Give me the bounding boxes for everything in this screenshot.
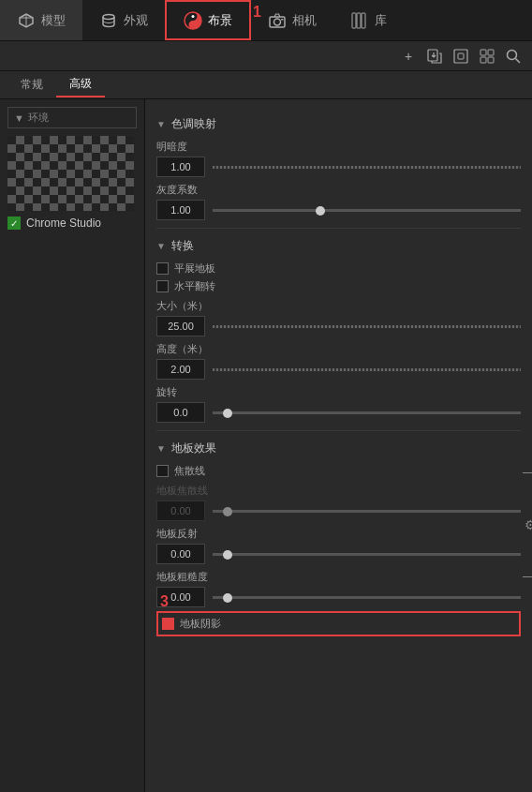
height-slider[interactable] bbox=[213, 359, 521, 380]
section-transform[interactable]: ▼ 转换 bbox=[156, 238, 521, 254]
svg-rect-13 bbox=[454, 50, 467, 63]
svg-point-5 bbox=[192, 23, 195, 26]
height-input[interactable] bbox=[156, 359, 205, 380]
rotation-slider[interactable] bbox=[213, 402, 521, 423]
h-flip-checkbox[interactable] bbox=[156, 280, 169, 292]
bracket-right: ⚙ bbox=[523, 472, 532, 577]
svg-rect-10 bbox=[357, 13, 361, 28]
svg-rect-16 bbox=[488, 50, 494, 55]
section-floor-effects-label: 地板效果 bbox=[171, 441, 216, 456]
brightness-row bbox=[156, 157, 521, 177]
nav-label-camera: 相机 bbox=[292, 12, 317, 29]
focal-line-checkbox[interactable] bbox=[156, 465, 169, 477]
floor-reflection-row bbox=[156, 544, 521, 564]
floor-focal-slider[interactable] bbox=[213, 501, 521, 521]
brightness-slider[interactable] bbox=[213, 157, 521, 177]
gray-slider[interactable] bbox=[213, 200, 521, 220]
floor-roughness-label: 地板粗糙度 bbox=[156, 570, 521, 584]
floor-focal-input[interactable] bbox=[156, 501, 205, 521]
nav-item-camera[interactable]: 相机 bbox=[251, 0, 333, 40]
floor-reflection-label: 地板反射 bbox=[156, 527, 521, 541]
tab-row: 常规 高级 bbox=[0, 71, 532, 99]
tab-normal[interactable]: 常规 bbox=[7, 73, 56, 97]
section-transform-label: 转换 bbox=[171, 238, 194, 254]
floor-reflection-input[interactable] bbox=[156, 544, 205, 564]
flat-floor-checkbox[interactable] bbox=[156, 262, 169, 275]
floor-focal-row: ⚙ bbox=[156, 501, 521, 521]
nav-item-appearance[interactable]: 外观 bbox=[82, 0, 165, 40]
svg-rect-8 bbox=[281, 19, 284, 21]
floor-roughness-thumb bbox=[223, 593, 232, 603]
size-label: 大小（米） bbox=[156, 299, 521, 313]
env-thumbnail[interactable] bbox=[7, 136, 134, 211]
floor-reflection-slider[interactable] bbox=[213, 544, 521, 564]
bottom-section: 地板阴影 3 bbox=[156, 611, 521, 636]
brightness-label: 明暗度 bbox=[156, 140, 521, 154]
gray-row bbox=[156, 200, 521, 220]
top-nav: 模型 外观 布景 bbox=[0, 0, 532, 41]
h-flip-label: 水平翻转 bbox=[174, 279, 215, 293]
settings-icon[interactable]: ⚙ bbox=[525, 517, 532, 532]
floor-focal-label: 地板焦散线 bbox=[156, 484, 521, 498]
db-icon bbox=[99, 11, 118, 30]
size-input[interactable] bbox=[156, 316, 205, 336]
rotation-row bbox=[156, 402, 521, 423]
height-track bbox=[213, 368, 521, 371]
nav-item-model[interactable]: 模型 bbox=[0, 0, 82, 40]
nav-item-library[interactable]: 库 bbox=[333, 0, 404, 40]
panel-title-text: 环境 bbox=[28, 111, 49, 125]
height-label: 高度（米） bbox=[156, 342, 521, 356]
svg-rect-18 bbox=[488, 57, 494, 63]
main-content: ▼ 环境 ✓ Chrome Studio ▼ 色调映射 明暗度 灰度系数 bbox=[0, 99, 532, 792]
gray-input[interactable] bbox=[156, 200, 205, 220]
rotation-input[interactable] bbox=[156, 402, 205, 423]
floor-roughness-slider[interactable] bbox=[213, 587, 521, 607]
divider-1 bbox=[156, 228, 521, 229]
grid-icon bbox=[350, 11, 369, 30]
toolbar-export-btn[interactable] bbox=[423, 45, 446, 67]
focal-line-row: 焦散线 bbox=[156, 464, 521, 478]
floor-roughness-track bbox=[213, 596, 521, 599]
floor-shadow-row: 地板阴影 bbox=[156, 611, 521, 636]
svg-rect-15 bbox=[480, 50, 486, 55]
brightness-input[interactable] bbox=[156, 157, 205, 177]
check-icon: ✓ bbox=[7, 217, 21, 230]
floor-focal-thumb bbox=[223, 507, 232, 516]
svg-point-4 bbox=[192, 15, 195, 18]
svg-point-19 bbox=[508, 50, 517, 59]
label-1: 1 bbox=[253, 4, 261, 21]
label-3: 3 bbox=[160, 593, 169, 610]
svg-rect-11 bbox=[362, 13, 365, 28]
transform-arrow: ▼ bbox=[156, 241, 166, 251]
svg-line-20 bbox=[516, 58, 521, 63]
floor-effects-arrow: ▼ bbox=[156, 443, 166, 454]
toolbar-grid-btn[interactable] bbox=[476, 45, 498, 67]
nav-label-environment: 布景 bbox=[208, 12, 232, 29]
floor-shadow-label: 地板阴影 bbox=[180, 617, 221, 631]
section-floor-effects[interactable]: ▼ 地板效果 bbox=[156, 441, 521, 456]
camera-icon bbox=[268, 11, 287, 30]
toolbar-add-btn[interactable]: + bbox=[397, 45, 420, 67]
env-label: ✓ Chrome Studio bbox=[7, 217, 137, 230]
floor-reflection-track bbox=[213, 553, 521, 556]
flat-floor-row: 平展地板 bbox=[156, 262, 521, 276]
size-track bbox=[213, 325, 521, 328]
svg-rect-9 bbox=[352, 13, 356, 28]
rotation-label: 旋转 bbox=[156, 385, 521, 399]
toolbar-search-btn[interactable] bbox=[502, 45, 525, 67]
focal-line-label: 焦散线 bbox=[174, 464, 205, 478]
env-name: Chrome Studio bbox=[26, 217, 101, 230]
nav-label-appearance: 外观 bbox=[124, 12, 148, 29]
section-color-tone[interactable]: ▼ 色调映射 bbox=[156, 116, 521, 132]
nav-item-environment[interactable]: 布景 bbox=[165, 0, 251, 40]
floor-shadow-checkbox[interactable] bbox=[162, 618, 174, 630]
gray-track bbox=[213, 209, 521, 212]
section-color-tone-label: 色调映射 bbox=[171, 116, 216, 132]
svg-rect-14 bbox=[458, 53, 464, 59]
size-slider[interactable] bbox=[213, 316, 521, 336]
panel-collapse-icon[interactable]: ▼ bbox=[14, 112, 24, 124]
toolbar-minimize-btn[interactable] bbox=[450, 45, 472, 67]
tab-advanced[interactable]: 高级 bbox=[56, 72, 105, 97]
right-panel: ▼ 色调映射 明暗度 灰度系数 ▼ 转换 平展地板 bbox=[145, 99, 532, 792]
divider-2 bbox=[156, 430, 521, 431]
